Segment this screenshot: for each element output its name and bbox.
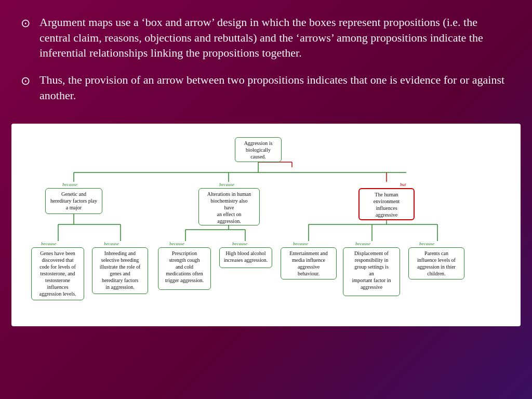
bullet-icon-2: ⊙ [21, 74, 30, 88]
node-n5: Inbreeding andselective breedingillustra… [92, 247, 148, 294]
label-n9: because [355, 241, 370, 246]
diagram-section: Aggression isbiologicallycaused. because… [11, 124, 521, 326]
top-section: ⊙ Argument maps use a ‘box and arrow’ de… [0, 0, 532, 124]
node-n1: Genetic andhereditary factors playa majo… [45, 188, 102, 214]
label-n3: but [400, 182, 406, 187]
label-n2: because [219, 182, 234, 187]
label-n7: because [232, 241, 247, 246]
bullet-item-2: ⊙ Thus, the provision of an arrow betwee… [21, 72, 511, 103]
node-n8: Entertainment andmedia influenceaggressi… [281, 247, 337, 280]
node-n10: Parents caninfluence levels ofaggression… [408, 247, 464, 280]
node-n2: Alterations in humanbiochemistry alsohav… [198, 188, 260, 225]
diagram-container: Aggression isbiologicallycaused. because… [17, 132, 515, 320]
label-n8: because [293, 241, 308, 246]
bullet-text-2: Thus, the provision of an arrow between … [39, 72, 511, 103]
node-root: Aggression isbiologicallycaused. [235, 137, 282, 162]
label-n10: because [419, 241, 434, 246]
node-n3: The humanenvironmentinfluencesaggressive [358, 188, 415, 220]
bullet-item-1: ⊙ Argument maps use a ‘box and arrow’ de… [21, 15, 511, 61]
bullet-icon-1: ⊙ [21, 17, 30, 30]
label-n6: because [169, 241, 184, 246]
label-n5: because [104, 241, 119, 246]
label-n4: because [41, 241, 56, 246]
label-n1: because [62, 182, 77, 187]
node-n7: High blood alcoholincreases aggression. [219, 247, 272, 268]
bullet-text-1: Argument maps use a ‘box and arrow’ desi… [39, 15, 511, 61]
node-n6: Prescriptionstrength coughand coldmedica… [158, 247, 211, 290]
node-n4: Genes have beendiscovered thatcode for l… [31, 247, 84, 300]
node-n9: Displacement ofresponsibility ingroup se… [343, 247, 400, 296]
